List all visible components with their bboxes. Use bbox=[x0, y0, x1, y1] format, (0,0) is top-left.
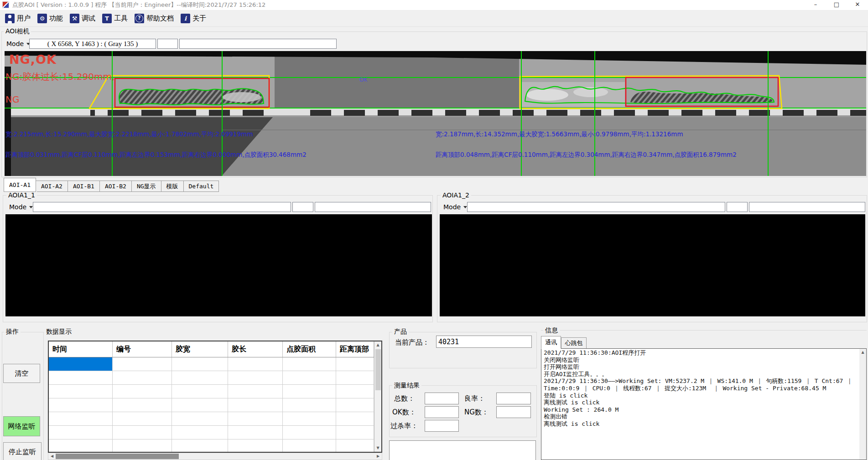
table-row[interactable] bbox=[49, 426, 381, 439]
table-cell[interactable] bbox=[49, 426, 113, 439]
camera-field-3[interactable] bbox=[179, 39, 337, 49]
table-cell[interactable] bbox=[283, 357, 336, 371]
tab-communication[interactable]: 通讯 bbox=[541, 336, 561, 349]
aoia1-2-field-3[interactable] bbox=[749, 202, 865, 212]
table-cell[interactable] bbox=[172, 385, 228, 398]
scroll-right-icon[interactable]: ▶ bbox=[374, 453, 382, 460]
table-cell[interactable] bbox=[49, 439, 113, 453]
column-header[interactable]: 点胶面积 bbox=[283, 341, 336, 357]
inspection-image[interactable]: NG,OK NG:胶体过长:15.290mm, NG OK 宽:2.215mm,… bbox=[5, 51, 866, 176]
overkill-field[interactable] bbox=[425, 420, 459, 432]
table-horizontal-scrollbar[interactable]: ◀ ▶ bbox=[48, 453, 382, 460]
ok-count-field[interactable] bbox=[425, 406, 459, 418]
scroll-down-icon[interactable]: ▼ bbox=[374, 444, 381, 452]
table-cell[interactable] bbox=[228, 398, 283, 412]
aoia1-2-viewport[interactable] bbox=[440, 214, 865, 316]
column-header[interactable]: 时间 bbox=[49, 341, 113, 357]
table-cell[interactable] bbox=[113, 398, 172, 412]
aoia1-1-field-2[interactable] bbox=[292, 202, 313, 212]
scroll-up-icon[interactable]: ▲ bbox=[374, 341, 381, 349]
network-listen-button[interactable]: 网络监听 bbox=[3, 416, 40, 436]
aoia1-1-field-1[interactable] bbox=[33, 202, 291, 212]
toolbar-button-tools[interactable]: T 工具 bbox=[101, 13, 129, 24]
table-cell[interactable] bbox=[336, 357, 374, 371]
toolbar-button-help[interactable]: ? 帮助文档 bbox=[133, 13, 175, 24]
table-cell[interactable] bbox=[228, 426, 283, 439]
scrollbar-thumb[interactable] bbox=[56, 454, 179, 459]
column-header[interactable]: 距离顶部 bbox=[336, 341, 374, 357]
table-cell[interactable] bbox=[283, 439, 336, 453]
tab-aoi-a1[interactable]: AOI-A1 bbox=[4, 178, 36, 192]
camera-field-2[interactable] bbox=[157, 39, 178, 49]
communication-log[interactable]: 2021/7/29 11:36:30:AOI程序打开 关闭网络监听 打开网络监听… bbox=[541, 348, 867, 460]
table-cell[interactable] bbox=[336, 385, 374, 398]
log-scrollbar[interactable]: ▲ bbox=[859, 349, 866, 460]
table-cell[interactable] bbox=[172, 412, 228, 426]
table-cell[interactable] bbox=[49, 412, 113, 426]
table-cell[interactable] bbox=[172, 426, 228, 439]
table-cell[interactable] bbox=[336, 426, 374, 439]
table-cell[interactable] bbox=[113, 371, 172, 385]
column-header[interactable]: 胶宽 bbox=[172, 341, 228, 357]
tab-template[interactable]: 模版 bbox=[161, 181, 184, 192]
table-cell[interactable] bbox=[113, 426, 172, 439]
aoia1-1-viewport[interactable] bbox=[5, 214, 432, 316]
tab-aoi-b1[interactable]: AOI-B1 bbox=[68, 181, 100, 192]
table-cell[interactable] bbox=[336, 439, 374, 453]
table-cell[interactable] bbox=[228, 357, 283, 371]
scrollbar-thumb[interactable] bbox=[375, 349, 381, 390]
aoia1-1-mode-dropdown[interactable]: Mode bbox=[6, 202, 36, 212]
toolbar-button-about[interactable]: i 关于 bbox=[179, 13, 208, 24]
scroll-left-icon[interactable]: ◀ bbox=[48, 453, 56, 460]
tab-heartbeat[interactable]: 心跳包 bbox=[561, 337, 587, 349]
table-cell[interactable] bbox=[283, 385, 336, 398]
table-row[interactable] bbox=[49, 357, 381, 371]
tab-ng-display[interactable]: NG显示 bbox=[132, 181, 161, 192]
table-cell[interactable] bbox=[113, 385, 172, 398]
table-cell[interactable] bbox=[172, 439, 228, 453]
ng-count-field[interactable] bbox=[496, 406, 531, 418]
table-vertical-scrollbar[interactable]: ▲ ▼ bbox=[374, 341, 381, 452]
tab-default[interactable]: Default bbox=[184, 181, 219, 192]
clear-button[interactable]: 清空 bbox=[3, 364, 40, 383]
table-cell[interactable] bbox=[49, 357, 113, 371]
tab-aoi-b2[interactable]: AOI-B2 bbox=[100, 181, 132, 192]
table-cell[interactable] bbox=[49, 398, 113, 412]
column-header[interactable]: 胶长 bbox=[228, 341, 283, 357]
stop-listen-button[interactable]: 停止监听 bbox=[3, 442, 42, 460]
table-row[interactable] bbox=[49, 385, 381, 398]
toolbar-button-debug[interactable]: ⚒ 调试 bbox=[68, 13, 97, 24]
table-cell[interactable] bbox=[283, 426, 336, 439]
table-cell[interactable] bbox=[228, 439, 283, 453]
table-row[interactable] bbox=[49, 371, 381, 385]
table-cell[interactable] bbox=[49, 371, 113, 385]
table-cell[interactable] bbox=[228, 412, 283, 426]
total-value-field[interactable] bbox=[425, 393, 459, 404]
close-button[interactable]: ✕ bbox=[847, 0, 868, 10]
maximize-button[interactable]: □ bbox=[826, 0, 847, 10]
table-cell[interactable] bbox=[228, 371, 283, 385]
table-row[interactable] bbox=[49, 398, 381, 412]
yield-value-field[interactable] bbox=[496, 393, 531, 404]
column-header[interactable]: 编号 bbox=[113, 341, 172, 357]
table-cell[interactable] bbox=[113, 412, 172, 426]
aoia1-2-field-2[interactable] bbox=[727, 202, 748, 212]
current-product-input[interactable] bbox=[436, 336, 532, 348]
minimize-button[interactable]: – bbox=[805, 0, 826, 10]
camera-mode-dropdown[interactable]: Mode bbox=[4, 39, 33, 49]
table-cell[interactable] bbox=[336, 412, 374, 426]
table-cell[interactable] bbox=[49, 385, 113, 398]
table-cell[interactable] bbox=[336, 398, 374, 412]
table-cell[interactable] bbox=[283, 371, 336, 385]
table-cell[interactable] bbox=[283, 398, 336, 412]
table-cell[interactable] bbox=[172, 357, 228, 371]
table-cell[interactable] bbox=[228, 385, 283, 398]
table-row[interactable] bbox=[49, 439, 381, 453]
data-table[interactable]: 时间编号胶宽胶长点胶面积距离顶部 ▲ ▼ bbox=[48, 341, 382, 453]
tab-aoi-a2[interactable]: AOI-A2 bbox=[36, 181, 68, 192]
toolbar-button-user[interactable]: 用户 bbox=[4, 13, 32, 24]
cursor-coordinate-field[interactable] bbox=[29, 39, 156, 49]
table-cell[interactable] bbox=[113, 439, 172, 453]
table-row[interactable] bbox=[49, 412, 381, 426]
table-cell[interactable] bbox=[172, 398, 228, 412]
